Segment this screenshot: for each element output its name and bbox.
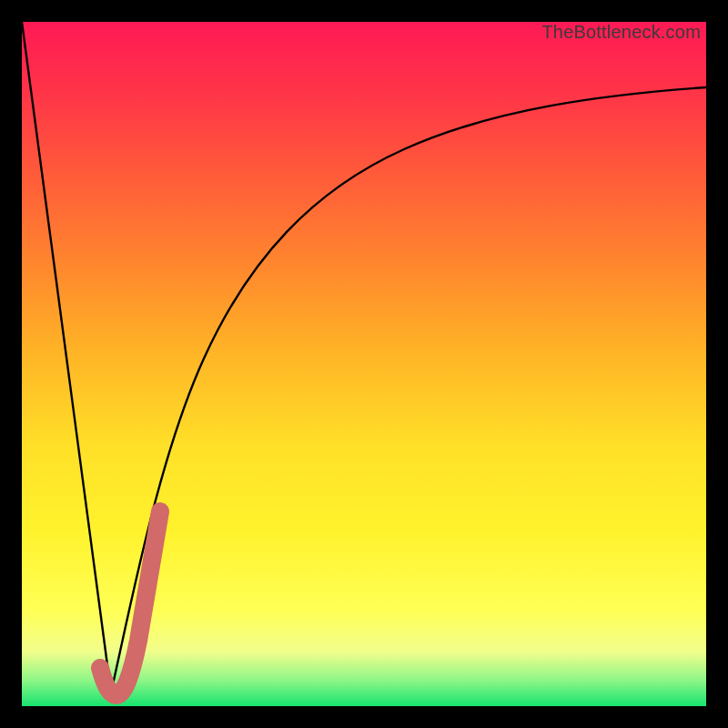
curve-layer (22, 22, 706, 706)
plot-area: TheBottleneck.com (22, 22, 706, 706)
curve-right (111, 87, 706, 693)
curve-left (22, 22, 111, 693)
chart-frame: TheBottleneck.com (0, 0, 728, 728)
